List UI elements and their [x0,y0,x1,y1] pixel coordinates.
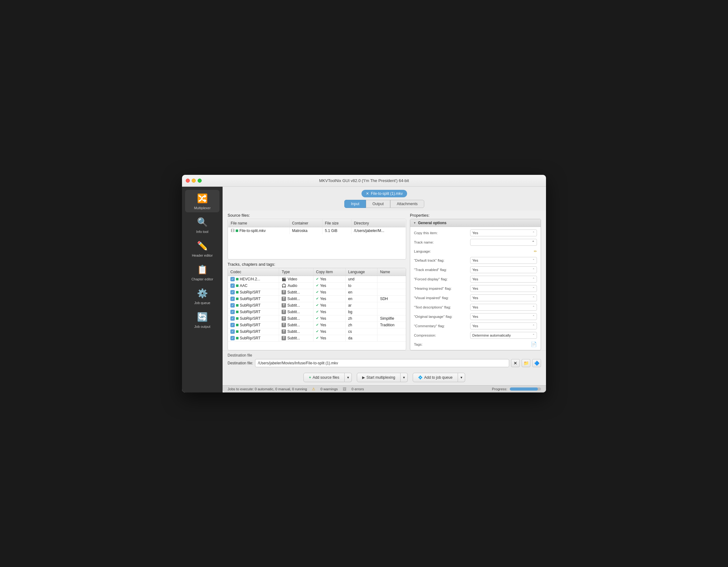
track-checkbox[interactable]: ✓ [230,283,235,288]
track-copy: ✔ Yes [313,308,346,315]
edit-icon[interactable]: ✏ [534,249,537,254]
multiplexer-icon: 🔀 [196,192,209,205]
track-indicator [236,317,239,320]
file-tab[interactable]: ✕ File-to-split (1).mkv [362,190,407,197]
option-select[interactable]: Yes ⌃ [470,266,537,273]
add-source-dropdown[interactable]: ▾ [345,373,352,382]
middle-panel: Source files: File name Container File s… [223,210,546,350]
warning-icon: ⚠ [312,387,315,391]
track-checkbox[interactable]: ✓ [230,316,235,321]
copy-check-icon: ✔ [316,290,319,294]
file-tab-label: File-to-split (1).mkv [371,191,403,196]
maximize-button[interactable] [198,179,202,183]
track-checkbox[interactable]: ✓ [230,329,235,334]
table-row[interactable]: ✓ SubRip/SRT T Subtit... ✔ Yes da [228,335,406,341]
minimize-button[interactable] [192,179,196,183]
file-name: File-to-split.mkv [239,229,266,233]
codec-name: SubRip/SRT [240,290,260,294]
option-select[interactable]: Yes ⌃ [470,276,537,283]
close-button[interactable] [186,179,190,183]
option-label: "Visual impaired" flag: [414,296,470,300]
green-indicator [236,229,238,232]
file-browse-icon[interactable]: 📄 [531,341,537,347]
option-row: Track name: ⌃ [410,238,541,247]
track-type: T Subtit... [279,302,313,308]
option-select[interactable]: Yes ⌃ [470,257,537,264]
table-row[interactable]: ✓ SubRip/SRT T Subtit... ✔ Yes zh Simpli… [228,315,406,322]
track-checkbox[interactable]: ✓ [230,323,235,327]
chevron-down-icon: ⌃ [532,259,535,262]
add-source-label: Add source files [312,375,339,380]
status-bar: Jobs to execute: 0 automatic, 0 manual, … [223,385,546,392]
start-mux-button[interactable]: ▶ Start multiplexing [357,373,401,382]
option-select[interactable]: Yes ⌃ [470,229,537,236]
track-codec: ✓ SubRip/SRT [228,295,279,302]
option-control: Yes ⌃ [470,313,537,320]
track-language: en [346,295,377,302]
table-row[interactable]: ✓ SubRip/SRT T Subtit... ✔ Yes zh Tradit… [228,322,406,328]
action-bar: + Add source files ▾ ▶ Start multiplexin… [223,370,546,385]
chevron-down-icon: ⌃ [532,287,535,290]
track-checkbox[interactable]: ✓ [230,310,235,314]
sidebar-item-info-tool[interactable]: 🔍 Info tool [185,214,219,236]
option-row: Language: ✏ [410,247,541,256]
option-control: 📄 [470,341,537,347]
track-checkbox[interactable]: ✓ [230,336,235,340]
track-codec: ✓ SubRip/SRT [228,328,279,335]
sidebar-label-chapter-editor: Chapter editor [191,277,213,281]
destination-input[interactable] [255,359,509,367]
tab-output[interactable]: Output [366,200,390,208]
file-tab-close[interactable]: ✕ [366,191,369,196]
track-checkbox[interactable]: ✓ [230,277,235,281]
add-job-button[interactable]: 💠 Add to job queue [413,373,458,382]
tracks-table: Codec Type Copy item Language Name ✓ [228,268,406,342]
option-input[interactable]: ⌃ [470,239,537,246]
table-row[interactable]: ✓ SubRip/SRT T Subtit... ✔ Yes en SDH [228,295,406,302]
table-row[interactable]: ✓ SubRip/SRT T Subtit... ✔ Yes ar [228,302,406,308]
sidebar-item-job-output[interactable]: 🔄 Job output [185,308,219,331]
table-row[interactable]: ✓ AAC 🎧 Audio ✔ Yes to [228,282,406,289]
sidebar-item-header-editor[interactable]: ✏️ Header editor [185,237,219,260]
track-copy: ✔ Yes [313,302,346,308]
chevron-down-icon: ⌃ [532,315,535,318]
track-checkbox[interactable]: ✓ [230,303,235,308]
track-copy: ✔ Yes [313,322,346,328]
option-select[interactable]: Determine automatically ⌃ [470,332,537,339]
status-progress: Progress: [492,387,541,391]
table-row[interactable]: 🎞 File-to-split.mkv Matroska 5.1 GiB /Us… [228,227,406,234]
option-select[interactable]: Yes ⌃ [470,285,537,292]
tab-input[interactable]: Input [344,200,366,208]
destination-extra-button[interactable]: 🔷 [532,359,541,367]
file-directory: /Users/jabeler/M... [351,227,406,234]
destination-browse-button[interactable]: 📁 [522,359,530,367]
start-mux-dropdown[interactable]: ▾ [401,373,408,382]
track-name [377,302,406,308]
sidebar-item-job-queue[interactable]: ⚙️ Job queue [185,285,219,307]
play-icon: ▶ [362,375,365,380]
track-name [377,335,406,341]
sidebar-item-multiplexer[interactable]: 🔀 Multiplexer [185,190,219,212]
sidebar-item-chapter-editor[interactable]: 📋 Chapter editor [185,261,219,283]
destination-clear-button[interactable]: ✕ [511,359,520,367]
plus-icon: + [309,375,311,380]
track-checkbox[interactable]: ✓ [230,297,235,301]
option-label: Copy this item: [414,231,470,235]
track-name [377,328,406,335]
table-row[interactable]: ✓ SubRip/SRT T Subtit... ✔ Yes en [228,289,406,295]
track-copy: ✔ Yes [313,276,346,282]
track-checkbox[interactable]: ✓ [230,290,235,294]
tab-attachments[interactable]: Attachments [390,200,424,208]
table-row[interactable]: ✓ HEVC/H.2... 🎬 Video ✔ Yes und [228,276,406,282]
option-select[interactable]: Yes ⌃ [470,313,537,320]
add-job-group: 💠 Add to job queue ▾ [413,373,465,382]
option-select[interactable]: Yes ⌃ [470,323,537,329]
option-select[interactable]: Yes ⌃ [470,294,537,301]
table-row[interactable]: ✓ SubRip/SRT T Subtit... ✔ Yes bg [228,308,406,315]
option-select[interactable]: Yes ⌃ [470,304,537,311]
track-copy: ✔ Yes [313,328,346,335]
option-label: "Default track" flag: [414,259,470,262]
table-row[interactable]: ✓ SubRip/SRT T Subtit... ✔ Yes cs [228,328,406,335]
add-source-button[interactable]: + Add source files [303,373,344,382]
chevron-down-icon: ⌃ [532,268,535,271]
add-job-dropdown[interactable]: ▾ [458,373,465,382]
